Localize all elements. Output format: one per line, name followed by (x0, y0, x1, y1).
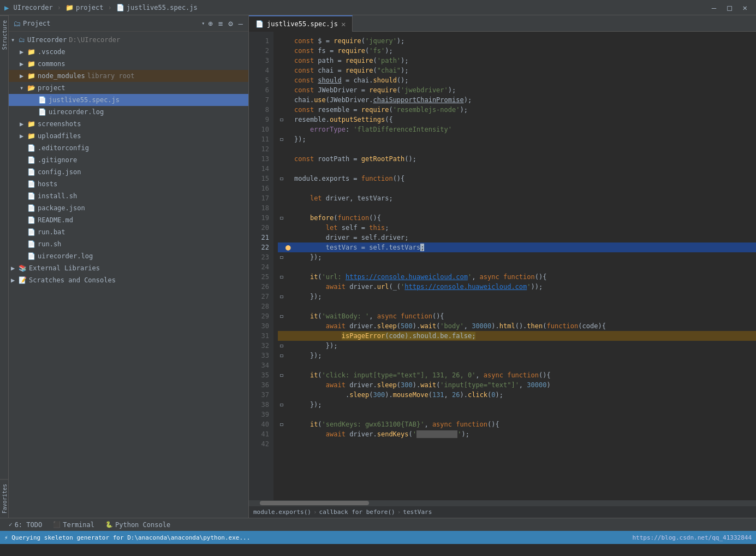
tree-uploadfiles[interactable]: ▶ 📁 uploadfiles (9, 130, 248, 142)
editorconfig-icon: 📄 (27, 144, 35, 152)
code-line-4: const chai = require("chai"); (278, 66, 756, 75)
tree-screenshots[interactable]: ▶ 📁 screenshots (9, 118, 248, 130)
tree-hosts[interactable]: 📄 hosts (9, 178, 248, 190)
code-text-10: errorType: 'flatDifferenceIntensity' (294, 125, 452, 134)
terminal-tab[interactable]: ⬛ Terminal (49, 518, 99, 531)
code-line-37: .sleep(300).mouseMove(131, 26).click(0); (278, 390, 756, 400)
code-line-16 (278, 184, 756, 193)
ext-arrow: ▶ (11, 264, 19, 272)
editor-panel: 📄 justlive55.spec.js ✕ 1 2 3 4 5 6 7 8 9… (249, 15, 756, 518)
ext-name: External Libraries (29, 264, 100, 272)
minimize-btn[interactable]: — (707, 3, 721, 12)
code-line-35: ◻ it('click: input[type="text"], 131, 26… (278, 370, 756, 380)
code-text-37: .sleep(300).mouseMove(131, 26).click(0); (294, 390, 503, 400)
code-line-27: ◻ }); (278, 292, 756, 301)
tree-external-libs[interactable]: ▶ 📚 External Libraries (9, 262, 248, 274)
file-tree: ▾ 🗂 UIrecorder D:\UIrecorder ▶ 📁 .vscode… (9, 32, 248, 518)
code-text-31: isPageError(code).should.be.false; (294, 331, 475, 341)
breadcrumb-sep1: › (313, 508, 317, 516)
code-text-1: const $ = require('jquery'); (294, 36, 404, 46)
favorites-tab[interactable]: Favorites (0, 479, 8, 518)
horizontal-scrollbar[interactable] (249, 500, 756, 506)
runbat-icon: 📄 (27, 228, 35, 236)
tree-install-sh[interactable]: 📄 install.sh (9, 190, 248, 202)
code-content[interactable]: const $ = require('jquery'); const fs = … (273, 32, 756, 500)
node-modules-icon: 📁 (27, 72, 35, 80)
breadcrumb-sep1: › (57, 4, 61, 11)
breadcrumb-3: testVars (403, 508, 432, 516)
tree-commons[interactable]: ▶ 📁 commons (9, 58, 248, 70)
tree-gitignore[interactable]: 📄 .gitignore (9, 154, 248, 166)
tree-package-json[interactable]: 📄 package.json (9, 202, 248, 214)
code-line-31: isPageError(code).should.be.false; (278, 331, 756, 341)
root-arrow: ▾ (11, 36, 19, 44)
ln-33: 33 (253, 351, 269, 360)
ln-13: 13 (253, 154, 269, 164)
expand-all-icon[interactable]: ≡ (217, 18, 224, 29)
tree-node-modules[interactable]: ▶ 📁 node_modules library root (9, 70, 248, 82)
folder-icon-project: 🗂 (13, 19, 21, 28)
tree-justlive55[interactable]: 📄 justlive55.spec.js (9, 94, 248, 106)
code-text-36: await driver.sleep(300).wait('input[type… (294, 380, 551, 390)
tree-uirecorder-log1[interactable]: 📄 uirecorder.log (9, 106, 248, 118)
tree-run-bat[interactable]: 📄 run.bat (9, 226, 248, 238)
justlive55-name: justlive55.spec.js (49, 96, 120, 104)
commons-icon: 📁 (27, 60, 35, 68)
code-line-2: const fs = require('fs'); (278, 46, 756, 56)
code-line-20: let self = this; (278, 223, 756, 233)
code-text-29: it('waitBody: ', async function(){ (294, 311, 444, 321)
tree-project[interactable]: ▾ 📂 project (9, 82, 248, 94)
ln-24: 24 (253, 262, 269, 272)
scratch-arrow: ▶ (11, 276, 19, 284)
fold-35: ◻ (278, 370, 285, 380)
collapse-icon[interactable]: — (237, 18, 244, 29)
editor-breadcrumb: module.exports() › callback for before()… (249, 506, 756, 518)
ln-34: 34 (253, 360, 269, 370)
fold-32: ◻ (278, 341, 285, 351)
editor-tab-justlive55[interactable]: 📄 justlive55.spec.js ✕ (249, 15, 353, 32)
tree-scratches[interactable]: ▶ 📝 Scratches and Consoles (9, 274, 248, 286)
tab-close-btn[interactable]: ✕ (341, 20, 346, 28)
tree-run-sh[interactable]: 📄 run.sh (9, 238, 248, 250)
tree-readme[interactable]: 📄 README.md (9, 214, 248, 226)
status-right: https://blog.csdn.net/qq_41332844 (632, 534, 752, 541)
fold-29: ◻ (278, 311, 285, 321)
scrollbar-thumb[interactable] (260, 501, 369, 505)
ln-2: 2 (253, 46, 269, 56)
vscode-icon: 📁 (27, 48, 35, 56)
code-text-13: const rootPath = getRootPath(); (294, 154, 416, 164)
code-line-10: errorType: 'flatDifferenceIntensity' (278, 125, 756, 134)
status-left: ⚡ Querying skeleton generator for D:\ana… (4, 534, 250, 541)
ln-25: 25 (253, 272, 269, 282)
python-icon: 🐍 (105, 521, 113, 528)
code-line-5: const should = chai.should(); (278, 75, 756, 85)
code-line-3: const path = require('path'); (278, 56, 756, 66)
editor-tabs: 📄 justlive55.spec.js ✕ (249, 15, 756, 32)
code-line-14 (278, 164, 756, 174)
project-name: project (38, 84, 66, 92)
code-text-35: it('click: input[type="text"], 131, 26, … (294, 370, 551, 380)
breadcrumb-file: 📄 justlive55.spec.js (116, 4, 198, 11)
todo-tab[interactable]: ✓ 6: TODO (4, 518, 46, 531)
tree-editorconfig[interactable]: 📄 .editorconfig (9, 142, 248, 154)
tree-vscode[interactable]: ▶ 📁 .vscode (9, 46, 248, 58)
ln-23: 23 (253, 252, 269, 262)
install-icon: 📄 (27, 192, 35, 200)
commons-arrow: ▶ (20, 60, 27, 68)
restore-btn[interactable]: □ (723, 3, 736, 12)
tree-root[interactable]: ▾ 🗂 UIrecorder D:\UIrecorder (9, 34, 248, 46)
close-btn[interactable]: ✕ (739, 3, 752, 12)
python-console-tab[interactable]: 🐍 Python Console (101, 518, 175, 531)
code-line-28 (278, 301, 756, 311)
hosts-name: hosts (38, 180, 57, 188)
new-file-icon[interactable]: ⊕ (207, 18, 213, 29)
ln-26: 26 (253, 282, 269, 292)
settings-icon[interactable]: ⚙ (227, 18, 234, 29)
gitignore-name: .gitignore (38, 156, 77, 164)
project-arrow: ▾ (20, 84, 27, 92)
code-text-38: }); (294, 400, 322, 410)
tree-config-json[interactable]: 📄 config.json (9, 166, 248, 178)
tree-uirecorder-log2[interactable]: 📄 uirecorder.log (9, 250, 248, 262)
config-icon: 📄 (27, 168, 35, 176)
structure-tab[interactable]: Structure (0, 15, 8, 54)
